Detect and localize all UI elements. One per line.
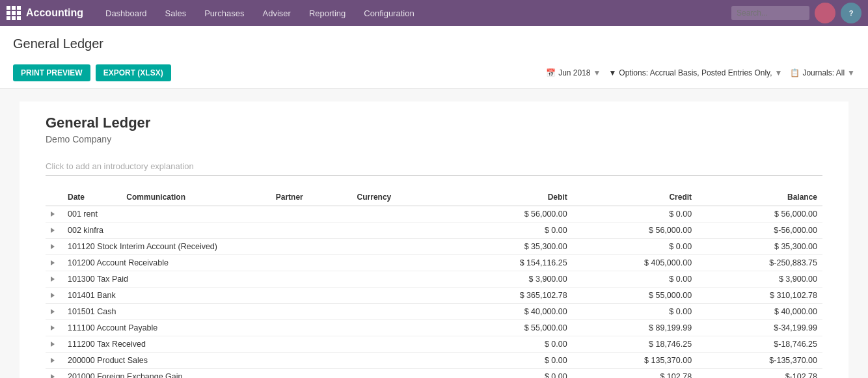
row-debit: $ 154,116.25 [448, 255, 572, 271]
row-balance: $-135,370.00 [697, 353, 822, 369]
expand-cell[interactable] [46, 271, 62, 288]
avatar2: ? [841, 3, 861, 23]
col-balance: Balance [697, 189, 822, 206]
row-credit: $ 0.00 [573, 304, 697, 320]
row-balance: $-250,883.75 [697, 255, 822, 271]
row-balance: $ 35,300.00 [697, 239, 822, 255]
main-content: General Ledger Demo Company Click to add… [20, 101, 848, 378]
brand[interactable]: Accounting [7, 6, 83, 20]
filter-icon: ▼ [608, 68, 616, 77]
ledger-table: Date Communication Partner Currency Debi… [46, 189, 822, 378]
expand-cell[interactable] [46, 304, 62, 320]
grid-icon [7, 6, 21, 20]
nav-purchases[interactable]: Purchases [195, 0, 253, 26]
table-row: 101200 Account Receivable $ 154,116.25 $… [46, 255, 822, 271]
export-xlsx-button[interactable]: EXPORT (XLSX) [96, 64, 171, 81]
expand-cell[interactable] [46, 353, 62, 369]
col-credit: Credit [573, 189, 697, 206]
date-caret: ▼ [593, 68, 601, 77]
expand-cell[interactable] [46, 206, 62, 223]
table-row: 101300 Tax Paid $ 3,900.00 $ 0.00 $ 3,90… [46, 271, 822, 288]
date-filter[interactable]: 📅 Jun 2018 ▼ [546, 68, 601, 77]
report-title: General Ledger [46, 115, 822, 131]
row-credit: $ 56,000.00 [573, 223, 697, 239]
table-row: 101401 Bank $ 365,102.78 $ 55,000.00 $ 3… [46, 288, 822, 304]
row-debit: $ 3,900.00 [448, 271, 572, 288]
search-input[interactable] [731, 6, 809, 20]
row-balance: $-18,746.25 [697, 336, 822, 353]
expand-cell[interactable] [46, 223, 62, 239]
row-code: 111100 Account Payable [62, 320, 448, 336]
row-credit: $ 0.00 [573, 206, 697, 223]
row-debit: $ 35,300.00 [448, 239, 572, 255]
table-row: 111100 Account Payable $ 55,000.00 $ 89,… [46, 320, 822, 336]
col-partner: Partner [271, 189, 352, 206]
row-code: 101501 Cash [62, 304, 448, 320]
nav-sales[interactable]: Sales [156, 0, 196, 26]
row-balance: $ 3,900.00 [697, 271, 822, 288]
table-row: 111200 Tax Received $ 0.00 $ 18,746.25 $… [46, 336, 822, 353]
expand-cell[interactable] [46, 288, 62, 304]
col-debit: Debit [448, 189, 572, 206]
row-debit: $ 0.00 [448, 336, 572, 353]
options-filter-label: Options: Accrual Basis, Posted Entries O… [619, 68, 772, 77]
row-debit: $ 365,102.78 [448, 288, 572, 304]
journals-caret: ▼ [847, 68, 855, 77]
row-balance: $-34,199.99 [697, 320, 822, 336]
page-title: General Ledger [13, 33, 855, 58]
row-code: 201000 Foreign Exchange Gain [62, 369, 448, 379]
brand-name: Accounting [26, 7, 83, 19]
row-balance: $ 40,000.00 [697, 304, 822, 320]
expand-cell[interactable] [46, 255, 62, 271]
options-caret: ▼ [775, 68, 783, 77]
print-preview-button[interactable]: PRINT PREVIEW [13, 64, 90, 81]
journals-filter[interactable]: 📋 Journals: All ▼ [790, 68, 855, 77]
table-row: 201000 Foreign Exchange Gain $ 0.00 $ 10… [46, 369, 822, 379]
col-expand [46, 189, 62, 206]
options-filter[interactable]: ▼ Options: Accrual Basis, Posted Entries… [608, 68, 782, 77]
row-credit: $ 0.00 [573, 271, 697, 288]
row-credit: $ 102.78 [573, 369, 697, 379]
row-debit: $ 0.00 [448, 369, 572, 379]
row-code: 001 rent [62, 206, 448, 223]
topnav: Accounting Dashboard Sales Purchases Adv… [0, 0, 868, 26]
row-code: 101120 Stock Interim Account (Received) [62, 239, 448, 255]
page-header: General Ledger PRINT PREVIEW EXPORT (XLS… [0, 26, 868, 88]
row-credit: $ 135,370.00 [573, 353, 697, 369]
col-currency: Currency [352, 189, 448, 206]
row-debit: $ 0.00 [448, 223, 572, 239]
col-date: Date [62, 189, 121, 206]
nav-configuration[interactable]: Configuration [355, 0, 423, 26]
expand-cell[interactable] [46, 320, 62, 336]
expand-cell[interactable] [46, 336, 62, 353]
date-filter-label: Jun 2018 [558, 68, 590, 77]
toolbar: PRINT PREVIEW EXPORT (XLSX) 📅 Jun 2018 ▼… [13, 58, 855, 88]
main-nav: Dashboard Sales Purchases Adviser Report… [96, 0, 424, 26]
row-balance: $ 56,000.00 [697, 206, 822, 223]
table-row: 101120 Stock Interim Account (Received) … [46, 239, 822, 255]
toolbar-filters: 📅 Jun 2018 ▼ ▼ Options: Accrual Basis, P… [546, 68, 855, 77]
journals-filter-label: Journals: All [802, 68, 845, 77]
intro-placeholder[interactable]: Click to add an introductory explanation [46, 157, 822, 176]
row-debit: $ 56,000.00 [448, 206, 572, 223]
topnav-right: ? [731, 3, 861, 23]
table-row: 002 kinfra $ 0.00 $ 56,000.00 $-56,000.0… [46, 223, 822, 239]
expand-cell[interactable] [46, 369, 62, 379]
avatar [815, 3, 835, 23]
row-code: 002 kinfra [62, 223, 448, 239]
row-balance: $-102.78 [697, 369, 822, 379]
row-credit: $ 405,000.00 [573, 255, 697, 271]
table-row: 001 rent $ 56,000.00 $ 0.00 $ 56,000.00 [46, 206, 822, 223]
report-company: Demo Company [46, 134, 822, 144]
table-row: 200000 Product Sales $ 0.00 $ 135,370.00… [46, 353, 822, 369]
nav-reporting[interactable]: Reporting [300, 0, 355, 26]
row-code: 101401 Bank [62, 288, 448, 304]
row-credit: $ 18,746.25 [573, 336, 697, 353]
calendar-icon: 📅 [546, 68, 556, 77]
row-balance: $-56,000.00 [697, 223, 822, 239]
row-code: 101200 Account Receivable [62, 255, 448, 271]
expand-cell[interactable] [46, 239, 62, 255]
nav-dashboard[interactable]: Dashboard [96, 0, 156, 26]
row-credit: $ 0.00 [573, 239, 697, 255]
nav-adviser[interactable]: Adviser [254, 0, 300, 26]
